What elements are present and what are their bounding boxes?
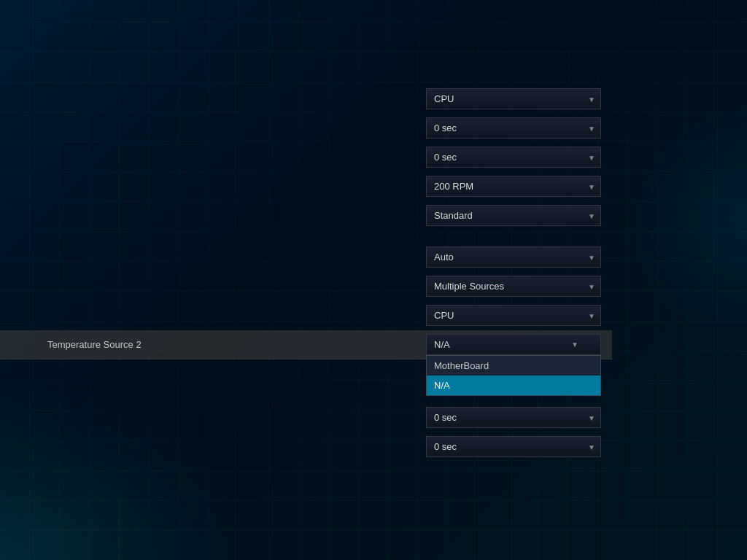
bg-circuit-left: [0, 341, 292, 560]
chassis-fan1-step-up-dropdown[interactable]: 0 sec: [426, 117, 601, 139]
temp-source-1-dropdown[interactable]: CPU: [426, 305, 601, 326]
chassis-fan2-qfan-source-select[interactable]: Multiple Sources: [426, 276, 601, 297]
temp-source-2-dropdown-container: N/A ▼ MotherBoard N/A: [426, 334, 601, 355]
chassis-fan2-step-down-select[interactable]: 0 sec: [426, 436, 601, 457]
temp-source-1-select[interactable]: CPU: [426, 305, 601, 326]
chassis-fan2-qfan-source-dropdown[interactable]: Multiple Sources: [426, 276, 601, 297]
temp-source-2-option-motherboard[interactable]: MotherBoard: [427, 356, 600, 376]
chassis-fan2-step-up-dropdown[interactable]: 0 sec: [426, 407, 601, 428]
chassis-fan1-step-down-select[interactable]: 0 sec: [426, 147, 601, 168]
chassis-fan1-qfan-source-select[interactable]: CPU: [426, 88, 601, 109]
chassis-fan1-step-down-dropdown[interactable]: 0 sec: [426, 147, 601, 168]
chassis-fan2-qfan-control-select[interactable]: Auto: [426, 246, 601, 268]
chassis-fan1-profile-select[interactable]: Standard: [426, 205, 601, 226]
chassis-fan1-step-up-select[interactable]: 0 sec: [426, 117, 601, 139]
chassis-fan1-qfan-source-dropdown[interactable]: CPU: [426, 88, 601, 109]
chassis-fan1-profile-dropdown[interactable]: Standard: [426, 205, 601, 226]
temp-source-2-row: Temperature Source 2 N/A ▼ MotherBoard N…: [0, 330, 612, 359]
chassis-fan2-step-up-select[interactable]: 0 sec: [426, 407, 601, 428]
temp-source-2-value: N/A: [434, 339, 450, 350]
temp-source-2-trigger[interactable]: N/A ▼: [426, 334, 601, 355]
temp-source-2-label: Temperature Source 2: [11, 339, 426, 350]
bg-circuit-right: [601, 73, 747, 365]
main-container: ⚡ UEFI BIOS Utility – Advanced Mode 07/1…: [0, 0, 747, 560]
chassis-fan1-speed-low-limit-select[interactable]: 200 RPM: [426, 176, 601, 197]
chassis-fan2-qfan-control-dropdown[interactable]: Auto: [426, 246, 601, 268]
temp-source-2-dropdown-list: MotherBoard N/A: [426, 355, 601, 396]
chassis-fan2-step-down-dropdown[interactable]: 0 sec: [426, 436, 601, 457]
chevron-down-icon: ▼: [571, 341, 578, 349]
temp-source-2-option-na[interactable]: N/A: [427, 376, 600, 395]
chassis-fan1-speed-low-limit-dropdown[interactable]: 200 RPM: [426, 176, 601, 197]
